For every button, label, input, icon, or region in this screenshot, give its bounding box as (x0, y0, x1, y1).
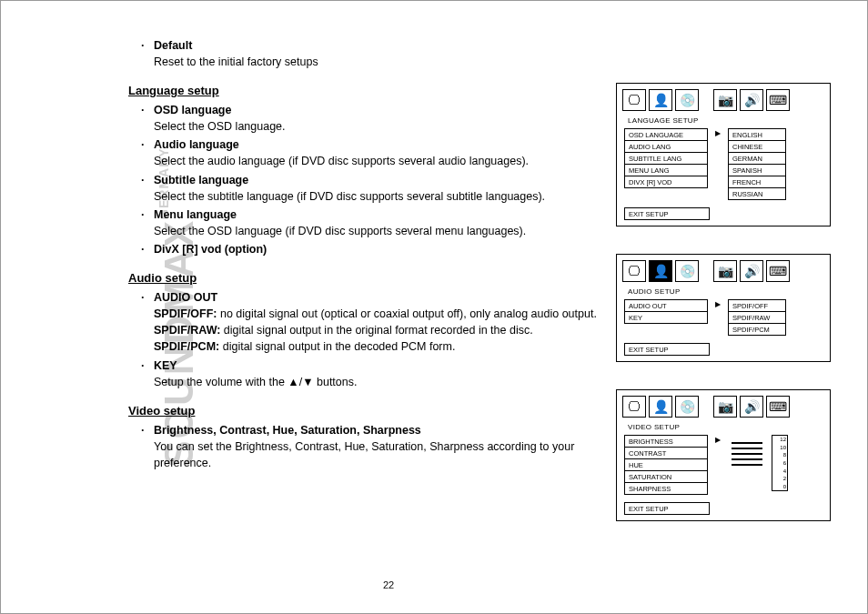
tab-system-icon: 🖵 (622, 89, 646, 111)
tab-language-icon: 👤 (649, 260, 672, 282)
spdif-off-desc: no digital signal out (optical or coaxia… (217, 307, 596, 320)
osd-audio-panel: 🖵 👤 💿 📷 🔊 ⌨ AUDIO SETUP AUDIO OUT KEY SP… (616, 254, 831, 362)
default-desc: Reset to the initial factory setups (154, 55, 318, 68)
slider-scale: 12 10 8 6 4 2 0 (772, 435, 788, 491)
menu-value: SPDIF/PCM (728, 323, 786, 336)
menu-item: MENU LANG (624, 164, 708, 176)
menu-value: SPDIF/RAW (728, 311, 786, 324)
menu-lang-desc: Select the OSD language (if DVD disc sup… (154, 225, 526, 237)
menu-item: SUBTITLE LANG (624, 152, 708, 165)
menu-value: RUSSIAN (728, 187, 786, 200)
video-opts-desc: You can set the Brightness, Contrast, Hu… (154, 440, 574, 469)
menu-item: OSD LANGUAGE (624, 128, 708, 141)
tab-misc-icon: ⌨ (766, 260, 790, 282)
osd-tab-row: 🖵 👤 💿 📷 🔊 ⌨ (622, 89, 824, 111)
language-heading: Language setup (128, 83, 601, 100)
video-opts-label: Brightness, Contrast, Hue, Saturation, S… (154, 424, 421, 437)
pointer-icon (715, 435, 721, 495)
menu-item: HUE (624, 458, 708, 471)
tab-video-icon: 📷 (713, 260, 737, 282)
tab-audio-icon: 🔊 (740, 89, 763, 111)
menu-item: KEY (624, 311, 708, 324)
menu-lang-label: Menu language (154, 208, 237, 221)
exit-setup: EXIT SETUP (624, 343, 710, 356)
tab-video-icon: 📷 (713, 396, 737, 418)
osd-title: VIDEO SETUP (628, 423, 824, 431)
audio-out-label: AUDIO OUT (154, 291, 217, 304)
osd-title: AUDIO SETUP (628, 287, 824, 296)
menu-value: GERMAN (728, 152, 786, 165)
osd-language-panel: 🖵 👤 💿 📷 🔊 ⌨ LANGUAGE SETUP OSD LANGUAGE … (616, 83, 831, 226)
exit-setup: EXIT SETUP (624, 207, 710, 220)
audio-lang-label: Audio language (154, 138, 239, 151)
menu-item: BRIGHTNESS (624, 435, 708, 448)
key-desc: Setup the volume with the ▲/▼ buttons. (154, 376, 357, 388)
exit-setup: EXIT SETUP (624, 502, 710, 515)
manual-text-column: Default Reset to the initial factory set… (128, 37, 601, 473)
menu-item: SATURATION (624, 470, 708, 483)
tab-audio-icon: 🔊 (740, 396, 763, 418)
menu-item: SHARPNESS (624, 482, 708, 495)
page-number: 22 (383, 579, 394, 590)
menu-item: AUDIO LANG (624, 140, 708, 153)
osd-title: LANGUAGE SETUP (628, 116, 824, 125)
tab-misc-icon: ⌨ (766, 89, 790, 111)
tab-language-icon: 👤 (649, 89, 672, 111)
osd-lang-desc: Select the OSD language. (154, 120, 286, 133)
tab-disc-icon: 💿 (675, 260, 699, 282)
menu-item: DIVX [R] VOD (624, 176, 708, 188)
spdif-pcm-label: SPDIF/PCM: (154, 340, 219, 353)
spdif-raw-desc: digital signal output in the original fo… (220, 324, 532, 337)
menu-item: CONTRAST (624, 447, 708, 459)
pointer-icon (715, 128, 721, 200)
tab-video-icon: 📷 (713, 89, 737, 111)
tab-language-icon: 👤 (649, 396, 672, 418)
osd-lang-label: OSD language (154, 104, 231, 116)
pointer-icon (715, 299, 721, 336)
slider-ticks (728, 435, 768, 466)
menu-item: AUDIO OUT (624, 299, 708, 312)
tab-disc-icon: 💿 (675, 396, 699, 418)
video-heading: Video setup (128, 403, 601, 420)
osd-left-col: OSD LANGUAGE AUDIO LANG SUBTITLE LANG ME… (624, 128, 708, 200)
audio-lang-desc: Select the audio language (if DVD disc s… (154, 155, 529, 167)
spdif-off-label: SPDIF/OFF: (154, 307, 217, 320)
audio-heading: Audio setup (128, 270, 601, 287)
osd-figures: 🖵 👤 💿 📷 🔊 ⌨ LANGUAGE SETUP OSD LANGUAGE … (616, 83, 831, 521)
osd-video-panel: 🖵 👤 💿 📷 🔊 ⌨ VIDEO SETUP BRIGHTNESS CONTR… (616, 389, 831, 521)
menu-value: ENGLISH (728, 128, 786, 141)
tab-system-icon: 🖵 (622, 260, 646, 282)
subtitle-lang-desc: Select the subtitle language (if DVD dis… (154, 190, 545, 203)
menu-value: FRENCH (728, 176, 786, 188)
key-label: KEY (154, 359, 177, 372)
menu-value: SPDIF/OFF (728, 299, 786, 312)
spdif-pcm-desc: digital signal output in the decoded PCM… (219, 340, 455, 353)
menu-value: CHINESE (728, 140, 786, 153)
subtitle-lang-label: Subtitle language (154, 174, 248, 186)
divx-label: DivX [R] vod (option) (154, 243, 267, 256)
spdif-raw-label: SPDIF/RAW: (154, 324, 220, 337)
tab-disc-icon: 💿 (675, 89, 699, 111)
menu-value: SPANISH (728, 164, 786, 176)
tab-system-icon: 🖵 (622, 396, 646, 418)
default-label: Default (154, 39, 192, 52)
tab-audio-icon: 🔊 (740, 260, 763, 282)
osd-right-col: ENGLISH CHINESE GERMAN SPANISH FRENCH RU… (728, 128, 786, 200)
tab-misc-icon: ⌨ (766, 396, 790, 418)
